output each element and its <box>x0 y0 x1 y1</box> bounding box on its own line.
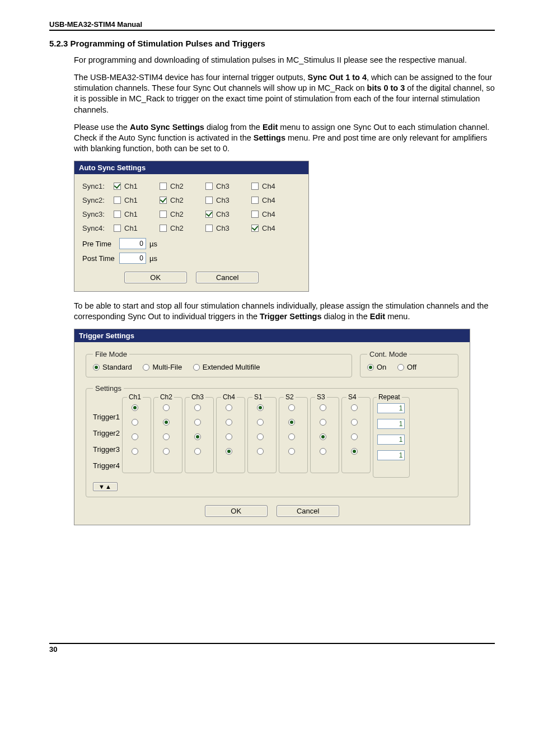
page-number: 30 <box>49 644 495 654</box>
sync-row-label: Sync2: <box>82 196 114 204</box>
trigger-radio[interactable] <box>226 419 232 426</box>
sync-c2-checkbox[interactable] <box>160 183 167 190</box>
cont-mode-legend: Cont. Mode <box>367 350 409 358</box>
trigger-radio[interactable] <box>320 433 326 440</box>
trigger-radio[interactable] <box>351 448 358 455</box>
repeat-input[interactable]: 1 <box>377 450 405 460</box>
trigger-radio[interactable] <box>132 448 138 455</box>
sync-c3-checkbox[interactable] <box>205 183 213 190</box>
sync-c4-label: Ch4 <box>262 224 275 232</box>
sync-c1-label: Ch1 <box>124 210 138 218</box>
cont-mode-off-label: Off <box>407 363 416 371</box>
trigger-radio[interactable] <box>194 433 201 440</box>
sync-c1-checkbox[interactable] <box>114 211 121 218</box>
trigger-radio[interactable] <box>351 419 358 426</box>
trigger-ok-button[interactable]: OK <box>205 505 268 517</box>
sync-row: Sync3:Ch1Ch2Ch3Ch4 <box>82 210 301 218</box>
sync-c1-checkbox[interactable] <box>114 225 121 232</box>
trigger-radio[interactable] <box>163 404 170 411</box>
trigger-cancel-button[interactable]: Cancel <box>277 505 339 517</box>
repeat-input[interactable]: 1 <box>377 419 405 429</box>
sync-row: Sync2:Ch1Ch2Ch3Ch4 <box>82 196 301 204</box>
trigger-radio[interactable] <box>257 419 264 426</box>
cont-mode-on-radio[interactable] <box>367 364 374 371</box>
para-4: To be able to start and stop all four st… <box>74 301 495 322</box>
sync-c2-label: Ch2 <box>170 210 184 218</box>
file-mode-group: File Mode Standard Multi-File Extended M… <box>86 350 352 377</box>
file-mode-multifile-radio[interactable] <box>143 364 149 371</box>
trigger-radio[interactable] <box>163 419 170 426</box>
file-mode-standard-radio[interactable] <box>93 364 100 371</box>
settings-legend: Settings <box>93 384 124 393</box>
sync-row-label: Sync3: <box>82 210 114 218</box>
trigger-col-legend: S4 <box>346 393 358 401</box>
trigger-radio[interactable] <box>288 448 295 455</box>
trigger-radio[interactable] <box>351 433 358 440</box>
sync-c2-label: Ch2 <box>170 182 184 190</box>
trigger-radio[interactable] <box>257 433 264 440</box>
trigger-col-legend: S2 <box>284 393 296 401</box>
trigger-radio[interactable] <box>257 448 264 455</box>
trigger-col-legend: Ch1 <box>127 393 143 401</box>
repeat-input[interactable]: 1 <box>377 403 405 413</box>
pre-time-input[interactable]: 0 <box>119 238 146 249</box>
trigger-col-legend: Ch3 <box>190 393 205 401</box>
auto-sync-ok-button[interactable]: OK <box>124 272 187 283</box>
post-time-input[interactable]: 0 <box>119 253 146 264</box>
post-time-label: Post Time <box>82 254 119 263</box>
file-mode-extmulti-radio[interactable] <box>193 364 200 371</box>
sync-c2-checkbox[interactable] <box>160 225 167 232</box>
sync-c2-checkbox[interactable] <box>160 197 167 204</box>
trigger-col-ch4: Ch4 <box>216 397 245 473</box>
trigger-radio[interactable] <box>320 448 326 455</box>
sync-row: Sync1:Ch1Ch2Ch3Ch4 <box>82 182 301 190</box>
trigger-radio[interactable] <box>132 433 138 440</box>
trigger-row-label: Trigger2 <box>93 429 120 437</box>
trigger-radio[interactable] <box>288 404 295 411</box>
settings-group: Settings Trigger1Trigger2Trigger3Trigger… <box>86 384 458 497</box>
trigger-titlebar: Trigger Settings <box>74 329 470 342</box>
trigger-col-ch2: Ch2 <box>153 397 182 473</box>
sync-c3-checkbox[interactable] <box>205 197 213 204</box>
trigger-radio[interactable] <box>320 404 326 411</box>
sync-c2-checkbox[interactable] <box>160 211 167 218</box>
sync-c1-checkbox[interactable] <box>114 197 121 204</box>
cont-mode-group: Cont. Mode On Off <box>360 350 458 377</box>
trigger-col-legend: Ch4 <box>221 393 237 401</box>
repeat-legend: Repeat <box>377 393 402 401</box>
trigger-radio[interactable] <box>163 433 170 440</box>
trigger-radio[interactable] <box>226 448 232 455</box>
sync-c4-checkbox[interactable] <box>251 211 259 218</box>
sync-c4-checkbox[interactable] <box>251 225 259 232</box>
file-mode-legend: File Mode <box>93 350 129 358</box>
sync-c3-checkbox[interactable] <box>205 211 213 218</box>
trigger-radio[interactable] <box>320 419 326 426</box>
sync-c4-checkbox[interactable] <box>251 197 259 204</box>
trigger-col-s1: S1 <box>247 397 277 473</box>
auto-sync-titlebar: Auto Sync Settings <box>74 161 308 174</box>
trigger-radio[interactable] <box>194 419 201 426</box>
sync-c1-checkbox[interactable] <box>114 183 121 190</box>
trigger-radio[interactable] <box>226 433 232 440</box>
trigger-radio[interactable] <box>226 404 232 411</box>
trigger-radio[interactable] <box>132 404 138 411</box>
sync-c4-checkbox[interactable] <box>251 183 259 190</box>
trigger-radio[interactable] <box>194 448 201 455</box>
trigger-radio[interactable] <box>351 404 358 411</box>
expand-collapse-button[interactable]: ▼▲ <box>93 482 118 491</box>
sync-c3-label: Ch3 <box>216 210 229 218</box>
auto-sync-cancel-button[interactable]: Cancel <box>196 272 259 283</box>
trigger-radio[interactable] <box>288 419 295 426</box>
trigger-radio[interactable] <box>194 404 201 411</box>
repeat-input[interactable]: 1 <box>377 435 405 445</box>
trigger-radio[interactable] <box>257 404 264 411</box>
trigger-settings-dialog: Trigger Settings File Mode Standard Mult… <box>74 329 470 525</box>
trigger-radio[interactable] <box>163 448 170 455</box>
sync-c4-label: Ch4 <box>262 182 275 190</box>
sync-row-label: Sync1: <box>82 182 114 190</box>
sync-c3-checkbox[interactable] <box>205 225 213 232</box>
sync-c4-label: Ch4 <box>262 210 275 218</box>
trigger-radio[interactable] <box>288 433 295 440</box>
trigger-radio[interactable] <box>132 419 138 426</box>
cont-mode-off-radio[interactable] <box>397 364 404 371</box>
